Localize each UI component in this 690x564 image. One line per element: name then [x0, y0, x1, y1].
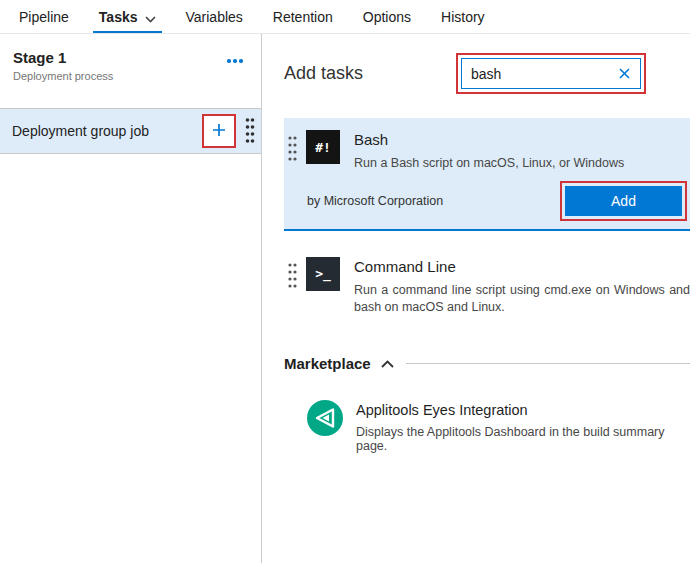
panel-title: Add tasks: [284, 63, 363, 84]
marketplace-item-description: Displays the Applitools Dashboard in the…: [356, 425, 690, 453]
command-line-task-icon: >_: [306, 257, 340, 291]
tab-label: Tasks: [99, 9, 138, 25]
tab-label: History: [441, 9, 485, 25]
stages-sidebar: Stage 1 Deployment process Deployment gr…: [0, 34, 262, 563]
marketplace-item-name: Applitools Eyes Integration: [356, 400, 690, 418]
task-name: Command Line: [354, 257, 690, 275]
annotation-box-add-button: Add: [560, 181, 687, 221]
clear-search-icon[interactable]: [616, 67, 640, 80]
top-nav: Pipeline Tasks Variables Retention Optio…: [0, 0, 690, 34]
marketplace-section-toggle[interactable]: Marketplace: [284, 355, 690, 372]
stage-subtitle: Deployment process: [13, 70, 113, 82]
tab-variables[interactable]: Variables: [171, 0, 258, 33]
stage-title: Stage 1: [13, 49, 113, 66]
chevron-down-icon: [145, 10, 156, 26]
marketplace-item-applitools[interactable]: Applitools Eyes Integration Displays the…: [284, 400, 690, 453]
task-publisher: by Microsoft Corporation: [307, 194, 443, 208]
tab-label: Options: [363, 9, 411, 25]
tab-label: Retention: [273, 9, 333, 25]
tab-options[interactable]: Options: [348, 0, 426, 33]
tab-label: Variables: [186, 9, 243, 25]
annotation-box-add-task: [202, 114, 236, 148]
drag-handle-icon[interactable]: [285, 134, 300, 162]
tab-label: Pipeline: [19, 9, 69, 25]
add-button[interactable]: Add: [565, 186, 682, 216]
search-input[interactable]: [462, 66, 616, 82]
task-description: Run a command line script using cmd.exe …: [354, 282, 690, 317]
plus-icon: [211, 122, 227, 141]
job-label: Deployment group job: [12, 123, 202, 139]
applitools-icon: [307, 400, 343, 436]
tab-retention[interactable]: Retention: [258, 0, 348, 33]
deployment-group-job-row[interactable]: Deployment group job: [0, 108, 261, 154]
marketplace-title: Marketplace: [284, 355, 371, 372]
tab-tasks[interactable]: Tasks: [84, 0, 171, 33]
task-item-command-line[interactable]: >_ Command Line Run a command line scrip…: [284, 243, 690, 329]
more-options-icon[interactable]: [225, 52, 245, 68]
tab-history[interactable]: History: [426, 0, 500, 33]
tab-pipeline[interactable]: Pipeline: [4, 0, 84, 33]
drag-handle-icon[interactable]: [285, 261, 300, 289]
drag-handle-icon[interactable]: [242, 116, 258, 146]
task-description: Run a Bash script on macOS, Linux, or Wi…: [354, 155, 624, 173]
stage-header: Stage 1 Deployment process: [0, 34, 261, 92]
bash-task-icon: #!: [306, 130, 340, 164]
task-item-bash[interactable]: #! Bash Run a Bash script on macOS, Linu…: [284, 118, 690, 231]
add-task-to-job-button[interactable]: [206, 118, 232, 144]
section-divider: [406, 363, 690, 364]
add-tasks-panel: Add tasks: [262, 34, 690, 563]
task-search-box: [461, 58, 641, 89]
release-pipeline-editor: Pipeline Tasks Variables Retention Optio…: [0, 0, 690, 564]
annotation-box-search: [456, 53, 646, 94]
chevron-up-icon: [381, 360, 394, 368]
task-name: Bash: [354, 130, 624, 148]
